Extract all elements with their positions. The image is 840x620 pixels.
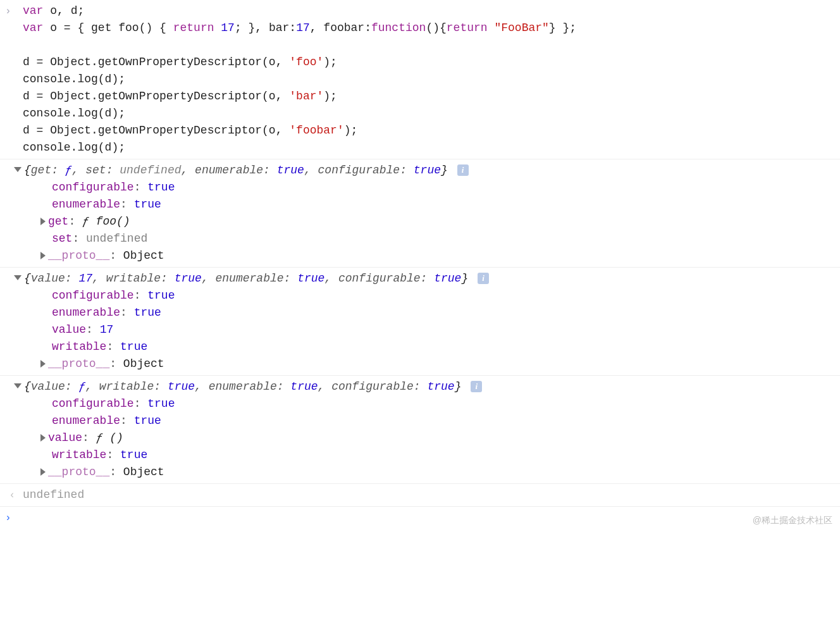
console-log-output: {get: ƒ, set: undefined, enumerable: tru…: [0, 159, 840, 268]
property-value: true: [120, 340, 147, 353]
prompt-chevron-icon: ›: [5, 511, 15, 526]
console-input-row: › var o, d;var o = { get foo() { return …: [0, 0, 840, 159]
property-value: ƒ (): [96, 431, 123, 444]
input-chevron-icon: ›: [5, 4, 15, 19]
property-value: true: [147, 181, 175, 194]
console-input-code[interactable]: var o, d;var o = { get foo() { return 17…: [23, 3, 840, 156]
property-key: writable: [52, 340, 106, 353]
console-log-output: {value: ƒ, writable: true, enumerable: t…: [0, 376, 840, 484]
object-property: configurable: true: [52, 395, 840, 412]
object-property: configurable: true: [52, 287, 840, 304]
object-property: enumerable: true: [52, 304, 840, 321]
expand-triangle-icon[interactable]: [40, 468, 46, 476]
property-value: true: [120, 449, 147, 461]
property-key: __proto__: [48, 466, 109, 478]
console-log-output: {value: 17, writable: true, enumerable: …: [0, 268, 840, 376]
code-line: d = Object.getOwnPropertyDescriptor(o, '…: [23, 122, 840, 139]
property-value: true: [147, 289, 175, 302]
object-property: set: undefined: [52, 230, 840, 247]
expand-triangle-icon[interactable]: [40, 252, 46, 259]
code-line: var o = { get foo() { return 17; }, bar:…: [23, 20, 840, 37]
property-value: Object: [123, 357, 164, 370]
console-result-value: undefined: [23, 487, 840, 504]
object-property[interactable]: __proto__: Object: [52, 464, 840, 481]
property-key: writable: [52, 449, 106, 461]
property-key: configurable: [52, 397, 134, 410]
property-key: __proto__: [48, 357, 109, 370]
code-line: d = Object.getOwnPropertyDescriptor(o, '…: [23, 88, 840, 105]
expand-triangle-icon[interactable]: [14, 383, 22, 388]
code-line: var o, d;: [23, 3, 840, 20]
expand-triangle-icon[interactable]: [40, 218, 46, 225]
code-line: d = Object.getOwnPropertyDescriptor(o, '…: [23, 54, 840, 71]
code-line: console.log(d);: [23, 71, 840, 88]
object-property: enumerable: true: [52, 196, 840, 213]
property-value: ƒ foo(): [82, 215, 130, 228]
property-key: value: [48, 431, 82, 444]
object-property[interactable]: get: ƒ foo(): [52, 213, 840, 230]
object-summary[interactable]: {value: ƒ, writable: true, enumerable: t…: [25, 378, 840, 395]
expand-triangle-icon[interactable]: [14, 275, 22, 280]
property-value: true: [147, 397, 175, 410]
property-value: true: [134, 198, 161, 211]
expand-triangle-icon[interactable]: [14, 167, 22, 172]
property-key: configurable: [52, 181, 134, 194]
property-key: enumerable: [52, 306, 120, 319]
object-property: configurable: true: [52, 179, 840, 196]
object-property[interactable]: value: ƒ (): [52, 430, 840, 447]
info-icon[interactable]: i: [478, 273, 489, 284]
object-summary[interactable]: {get: ƒ, set: undefined, enumerable: tru…: [25, 162, 840, 179]
expand-triangle-icon[interactable]: [40, 360, 46, 368]
console-prompt-row[interactable]: › @稀土掘金技术社区: [0, 507, 840, 531]
property-key: enumerable: [52, 198, 120, 211]
info-icon[interactable]: i: [471, 381, 482, 392]
info-icon[interactable]: i: [457, 164, 469, 176]
property-key: enumerable: [52, 414, 120, 427]
property-value: Object: [123, 249, 164, 262]
object-property: value: 17: [52, 321, 840, 338]
property-value: true: [134, 306, 161, 319]
code-line: console.log(d);: [23, 139, 840, 156]
property-key: __proto__: [48, 249, 109, 262]
property-key: set: [52, 232, 72, 245]
property-value: 17: [100, 323, 114, 336]
property-value: true: [134, 414, 161, 427]
console-result-row: › undefined: [0, 484, 840, 507]
object-property[interactable]: __proto__: Object: [52, 247, 840, 264]
object-summary[interactable]: {value: 17, writable: true, enumerable: …: [25, 270, 840, 287]
property-value: Object: [123, 466, 164, 478]
watermark-text: @稀土掘金技术社区: [753, 514, 832, 527]
code-line: console.log(d);: [23, 105, 840, 122]
output-chevron-icon: ›: [5, 488, 15, 503]
property-key: get: [48, 215, 68, 228]
property-value: undefined: [86, 232, 147, 245]
code-line: [23, 37, 840, 54]
property-key: configurable: [52, 289, 134, 302]
object-property: enumerable: true: [52, 412, 840, 430]
object-property: writable: true: [52, 447, 840, 464]
object-property: writable: true: [52, 338, 840, 356]
expand-triangle-icon[interactable]: [40, 434, 46, 442]
property-key: value: [52, 323, 86, 336]
object-property[interactable]: __proto__: Object: [52, 356, 840, 373]
